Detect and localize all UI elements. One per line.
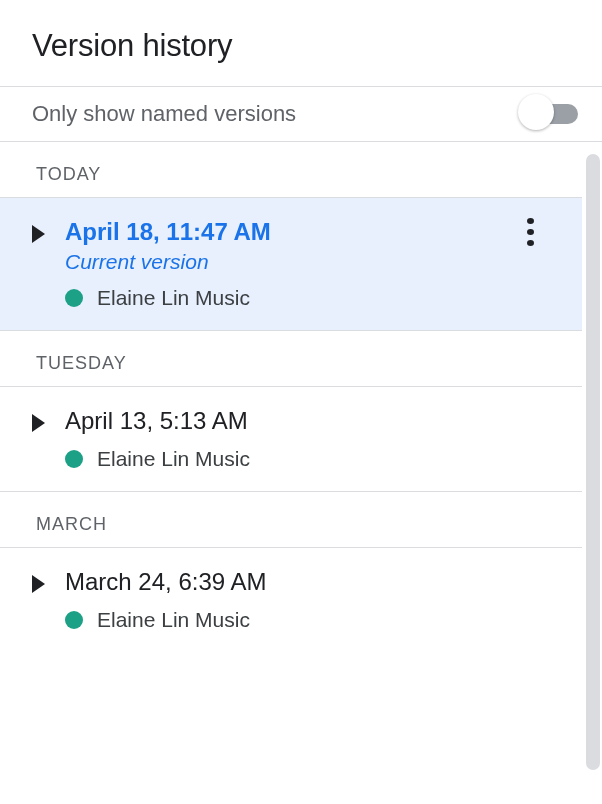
panel-title: Version history <box>0 0 602 86</box>
author-row: Elaine Lin Music <box>65 286 558 310</box>
version-title: April 13, 5:13 AM <box>65 407 558 435</box>
version-list: TODAY April 18, 11:47 AM Current version… <box>0 142 602 782</box>
version-title: March 24, 6:39 AM <box>65 568 558 596</box>
group-header-tuesday: TUESDAY <box>0 331 582 386</box>
version-body: April 13, 5:13 AM Elaine Lin Music <box>65 407 558 471</box>
version-body: March 24, 6:39 AM Elaine Lin Music <box>65 568 558 632</box>
expand-icon[interactable] <box>32 575 45 593</box>
author-row: Elaine Lin Music <box>65 447 558 471</box>
expand-icon[interactable] <box>32 225 45 243</box>
group-header-today: TODAY <box>0 142 582 197</box>
group-header-march: MARCH <box>0 492 582 547</box>
version-entry[interactable]: April 13, 5:13 AM Elaine Lin Music <box>0 386 582 492</box>
more-menu-icon[interactable] <box>516 218 544 246</box>
author-color-dot <box>65 450 83 468</box>
expand-icon[interactable] <box>32 414 45 432</box>
version-subtitle: Current version <box>65 250 558 274</box>
author-name: Elaine Lin Music <box>97 447 250 471</box>
named-versions-filter-label: Only show named versions <box>32 101 296 127</box>
author-color-dot <box>65 611 83 629</box>
author-name: Elaine Lin Music <box>97 608 250 632</box>
version-list-inner: TODAY April 18, 11:47 AM Current version… <box>0 142 602 652</box>
toggle-thumb <box>518 94 554 130</box>
named-versions-filter-row: Only show named versions <box>0 86 602 142</box>
author-name: Elaine Lin Music <box>97 286 250 310</box>
scrollbar[interactable] <box>586 154 600 770</box>
version-title: April 18, 11:47 AM <box>65 218 558 246</box>
version-entry[interactable]: April 18, 11:47 AM Current version Elain… <box>0 197 582 331</box>
author-color-dot <box>65 289 83 307</box>
version-entry[interactable]: March 24, 6:39 AM Elaine Lin Music <box>0 547 582 652</box>
named-versions-toggle[interactable] <box>518 102 578 126</box>
author-row: Elaine Lin Music <box>65 608 558 632</box>
version-body: April 18, 11:47 AM Current version Elain… <box>65 218 558 310</box>
